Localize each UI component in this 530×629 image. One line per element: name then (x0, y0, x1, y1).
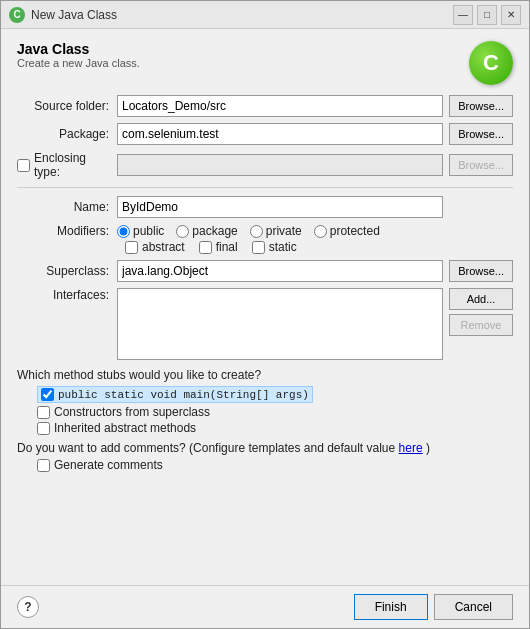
modifier-public-radio[interactable] (117, 225, 130, 238)
package-browse[interactable]: Browse... (449, 123, 513, 145)
modifier-private-radio[interactable] (250, 225, 263, 238)
modifier-static[interactable]: static (252, 240, 297, 254)
modifiers-row2: abstract final static (125, 240, 513, 254)
help-button[interactable]: ? (17, 596, 39, 618)
interfaces-remove-button: Remove (449, 314, 513, 336)
app-icon: C (9, 7, 25, 23)
window-title: New Java Class (31, 8, 117, 22)
main-window: C New Java Class — □ ✕ Java Class Create… (0, 0, 530, 629)
source-folder-row: Source folder: Browse... (17, 95, 513, 117)
modifier-private[interactable]: private (250, 224, 302, 238)
divider-1 (17, 187, 513, 188)
modifier-public[interactable]: public (117, 224, 164, 238)
stubs-item-0-highlight: public static void main(String[] args) (37, 386, 313, 403)
stubs-item-0-checkbox[interactable] (41, 388, 54, 401)
superclass-label: Superclass: (17, 264, 117, 278)
comments-title: Do you want to add comments? (Configure … (17, 441, 513, 455)
footer-right: Finish Cancel (354, 594, 513, 620)
comments-section: Do you want to add comments? (Configure … (17, 441, 513, 472)
modifier-package[interactable]: package (176, 224, 237, 238)
interfaces-add-button[interactable]: Add... (449, 288, 513, 310)
section-subtitle: Create a new Java class. (17, 57, 469, 69)
dialog-footer: ? Finish Cancel (1, 585, 529, 628)
name-label: Name: (17, 200, 117, 214)
enclosing-checkbox[interactable] (17, 159, 30, 172)
modifiers-label: Modifiers: (17, 224, 117, 238)
interfaces-label: Interfaces: (17, 288, 117, 302)
stubs-item-0-label: public static void main(String[] args) (58, 389, 309, 401)
dialog-content: Java Class Create a new Java class. C So… (1, 29, 529, 585)
modifier-final[interactable]: final (199, 240, 238, 254)
stubs-item-1-checkbox[interactable] (37, 406, 50, 419)
stubs-title: Which method stubs would you like to cre… (17, 368, 513, 382)
close-button[interactable]: ✕ (501, 5, 521, 25)
java-logo: C (469, 41, 513, 85)
header-text: Java Class Create a new Java class. (17, 41, 469, 79)
modifier-protected[interactable]: protected (314, 224, 380, 238)
package-input[interactable] (117, 123, 443, 145)
superclass-input[interactable] (117, 260, 443, 282)
modifier-protected-radio[interactable] (314, 225, 327, 238)
interfaces-row: Interfaces: Add... Remove (17, 288, 513, 360)
stubs-item-0: public static void main(String[] args) (37, 386, 513, 403)
enclosing-row: Enclosing type: Browse... (17, 151, 513, 179)
finish-button[interactable]: Finish (354, 594, 428, 620)
enclosing-label: Enclosing type: (34, 151, 109, 179)
title-bar: C New Java Class — □ ✕ (1, 1, 529, 29)
comments-link[interactable]: here (399, 441, 423, 455)
name-row: Name: (17, 196, 513, 218)
superclass-browse[interactable]: Browse... (449, 260, 513, 282)
stubs-item-1: Constructors from superclass (37, 405, 513, 419)
modifiers-radio-group: public package private protected (117, 224, 380, 238)
source-folder-label: Source folder: (17, 99, 117, 113)
interfaces-input[interactable] (117, 288, 443, 360)
name-input[interactable] (117, 196, 443, 218)
comments-checkbox[interactable] (37, 459, 50, 472)
modifier-static-checkbox[interactable] (252, 241, 265, 254)
footer-left: ? (17, 596, 39, 618)
modifier-abstract-checkbox[interactable] (125, 241, 138, 254)
package-label: Package: (17, 127, 117, 141)
superclass-row: Superclass: Browse... (17, 260, 513, 282)
stubs-item-2-label: Inherited abstract methods (54, 421, 196, 435)
enclosing-browse: Browse... (449, 154, 513, 176)
interfaces-buttons: Add... Remove (449, 288, 513, 336)
stubs-item-2-checkbox[interactable] (37, 422, 50, 435)
cancel-button[interactable]: Cancel (434, 594, 513, 620)
window-controls: — □ ✕ (453, 5, 521, 25)
stubs-item-2: Inherited abstract methods (37, 421, 513, 435)
comments-item-label: Generate comments (54, 458, 163, 472)
maximize-button[interactable]: □ (477, 5, 497, 25)
section-title: Java Class (17, 41, 469, 57)
modifier-package-radio[interactable] (176, 225, 189, 238)
modifiers-row: Modifiers: public package private protec… (17, 224, 513, 238)
minimize-button[interactable]: — (453, 5, 473, 25)
comments-item: Generate comments (37, 458, 513, 472)
modifier-check-group: abstract final static (125, 240, 297, 254)
stubs-section: Which method stubs would you like to cre… (17, 368, 513, 435)
package-row: Package: Browse... (17, 123, 513, 145)
source-folder-browse[interactable]: Browse... (449, 95, 513, 117)
header-row: Java Class Create a new Java class. C (17, 41, 513, 85)
enclosing-checkbox-label[interactable]: Enclosing type: (17, 151, 109, 179)
enclosing-input (117, 154, 443, 176)
source-folder-input[interactable] (117, 95, 443, 117)
stubs-item-1-label: Constructors from superclass (54, 405, 210, 419)
modifier-abstract[interactable]: abstract (125, 240, 185, 254)
modifier-final-checkbox[interactable] (199, 241, 212, 254)
title-bar-left: C New Java Class (9, 7, 117, 23)
